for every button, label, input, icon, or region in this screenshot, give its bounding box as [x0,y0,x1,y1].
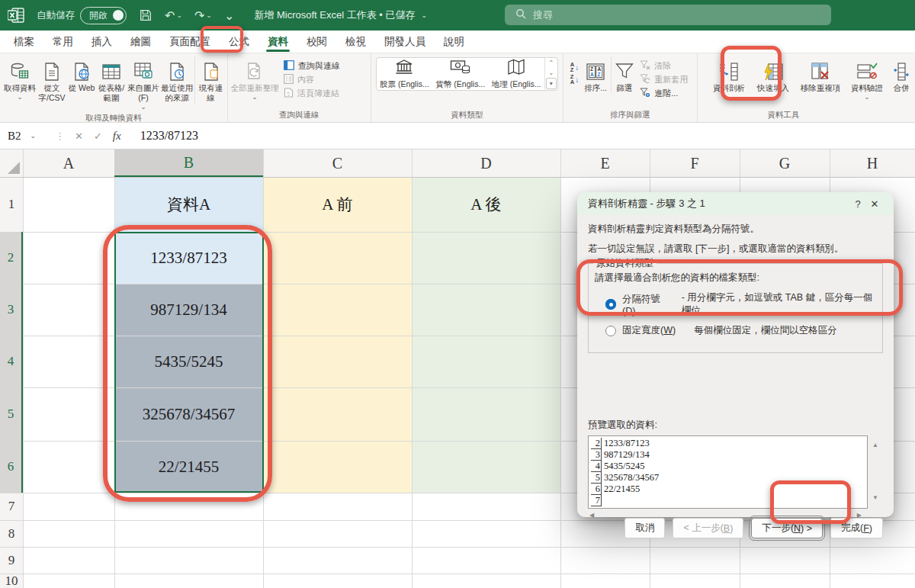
cancel-button[interactable]: 取消 [624,518,665,538]
delimited-radio-label[interactable]: 分隔符號(D) [622,293,668,316]
close-icon[interactable]: ✕ [866,198,883,210]
remove-duplicates-button[interactable]: 移除重複項 [797,56,844,93]
search-bar[interactable] [505,5,831,25]
formula-input[interactable]: 1233/87123 [140,129,198,143]
row-header-2[interactable]: 2 [0,232,23,284]
tab-help[interactable]: 說明 [435,31,474,53]
preview-box[interactable]: 21233/87123 3987129/134 45435/5245 53256… [588,435,868,509]
column-header-A[interactable]: A [23,149,114,177]
scroll-right-icon[interactable]: ▶ [857,512,862,519]
search-input[interactable] [533,9,792,21]
row-header-6[interactable]: 6 [0,441,23,493]
tab-data[interactable]: 資料 [258,31,297,53]
cell-B1[interactable]: 資料A [114,177,263,232]
select-all-corner[interactable] [0,149,23,177]
column-header-E[interactable]: E [560,149,650,177]
tab-home[interactable]: 常用 [43,31,82,53]
queries-connections-button[interactable]: 查詢與連線 [284,59,340,72]
currencies-button[interactable]: 貨幣 (Englis... [432,58,488,90]
toolbar-more-button[interactable]: ⌄ [224,8,234,23]
scroll-left-icon[interactable]: ◀ [589,512,594,519]
sort-descending-button[interactable]: ZA↓ [569,73,580,85]
undo-button[interactable]: ↶⌄ [165,8,182,23]
autosave-control[interactable]: 自動儲存 開啟 [37,7,127,24]
next-button[interactable]: 下一步(N) > [751,518,823,538]
tab-insert[interactable]: 插入 [82,31,121,53]
redo-button[interactable]: ↷⌄ [194,8,212,23]
excel-logo-icon[interactable] [6,6,26,24]
cells-D2-D6[interactable] [412,232,560,493]
column-header-G[interactable]: G [740,149,830,177]
column-header-B[interactable]: B [114,149,263,177]
row-header-8[interactable]: 8 [0,520,23,547]
get-data-button[interactable]: 取得資料⌄ [4,56,36,101]
consolidate-button[interactable]: 合併 [890,56,913,93]
row-header-1[interactable]: 1 [0,177,23,232]
cancel-entry-icon[interactable]: ✕ [69,130,88,142]
name-box[interactable]: B2 ⌄ [0,130,50,143]
reapply-filter-button[interactable]: 重新套用 [640,72,688,86]
dialog-buttons: 取消 < 上一步(B) 下一步(N) > 完成(F) [588,518,883,538]
stocks-button[interactable]: 股票 (Englis... [377,58,432,90]
cell-C1[interactable]: A 前 [263,177,412,232]
cell-B2[interactable]: 1233/87123 [114,232,263,284]
geography-button[interactable]: 地理 (Englis... [488,58,544,90]
clear-filter-button[interactable]: 清除 [640,59,688,72]
column-header-C[interactable]: C [263,149,412,177]
autosave-toggle[interactable]: 開啟 [80,7,127,24]
tab-review[interactable]: 校閱 [297,31,336,53]
gallery-down-button[interactable]: ⌄ [545,68,557,78]
advanced-filter-button[interactable]: 進階... [640,86,688,100]
tab-formulas[interactable]: 公式 [220,31,258,53]
refresh-all-button[interactable]: 全部重新整理⌄ [230,56,279,101]
recent-sources-button[interactable]: 最近使用的來源 [159,56,194,103]
fixed-width-radio[interactable] [605,326,616,336]
column-header-F[interactable]: F [650,149,740,177]
properties-button[interactable]: 內容 [284,72,340,86]
scroll-down-icon[interactable]: ▼ [872,494,878,501]
insert-function-icon[interactable]: fx [108,130,127,143]
from-picture-button[interactable]: 來自圖片(F)⌄ [127,56,159,112]
from-web-button[interactable]: 從 Web [68,56,95,93]
back-button[interactable]: < 上一步(B) [673,518,743,538]
cell-B3[interactable]: 987129/134 [114,284,263,336]
from-table-range-button[interactable]: 從表格/範圍 [95,56,127,103]
cell-D1[interactable]: A 後 [412,177,560,232]
tab-draw[interactable]: 繪圖 [121,31,160,53]
cell-B5[interactable]: 325678/34567 [114,387,263,441]
tab-view[interactable]: 檢視 [336,31,375,53]
cell-B6[interactable]: 22/21455 [114,441,263,493]
row-header-7[interactable]: 7 [0,493,23,520]
gallery-more-button[interactable]: ▾ [546,78,557,89]
sort-ascending-button[interactable]: AZ↓ [569,61,580,73]
finish-button[interactable]: 完成(F) [830,518,883,538]
row-header-3[interactable]: 3 [0,284,23,336]
filter-button[interactable]: 篩選 [611,56,637,93]
row-header-4[interactable]: 4 [0,336,23,387]
tab-file[interactable]: 檔案 [5,31,43,53]
data-validation-button[interactable]: 資料驗證⌄ [847,56,887,101]
row-header-5[interactable]: 5 [0,387,23,441]
save-button[interactable] [139,8,152,22]
text-to-columns-button[interactable]: 資料剖析 [708,56,750,93]
help-icon[interactable]: ? [849,198,866,210]
existing-connections-button[interactable]: 現有連線 [194,56,223,103]
chevron-down-icon[interactable]: ⌄ [421,11,427,19]
row-header-9[interactable]: 9 [0,547,23,574]
confirm-entry-icon[interactable]: ✓ [88,130,108,142]
sort-button[interactable]: ZAAZ 排序... [582,56,609,93]
column-header-H[interactable]: H [830,149,915,177]
workbook-links-button[interactable]: 活頁簿連結 [284,86,340,100]
fixed-width-radio-label[interactable]: 固定寬度(W) [622,324,676,337]
from-text-csv-button[interactable]: 從文字/CSV [36,56,68,103]
tab-developer[interactable]: 開發人員 [375,31,435,53]
delimited-radio[interactable] [605,299,616,310]
cells-C2-C6[interactable] [263,232,412,493]
row-header-10[interactable]: 10 [0,574,23,588]
gallery-up-button[interactable]: ⌃ [545,58,557,68]
scroll-up-icon[interactable]: ▲ [872,442,878,448]
flash-fill-button[interactable]: 快速填入 [753,56,794,93]
tab-page-layout[interactable]: 頁面配置 [160,31,220,53]
column-header-D[interactable]: D [412,149,560,177]
cell-B4[interactable]: 5435/5245 [114,336,263,387]
